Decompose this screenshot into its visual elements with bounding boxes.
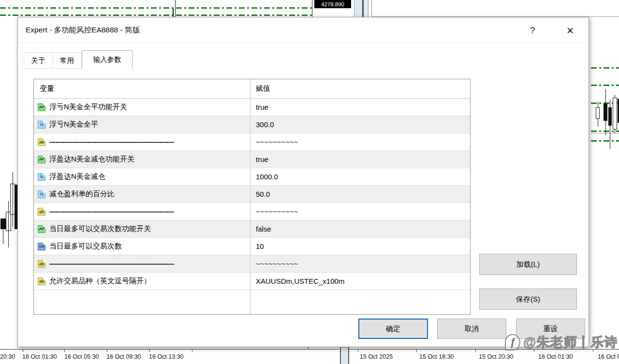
param-label: 当日最多可以交易次数 <box>49 242 122 251</box>
table-row[interactable]: ½ 浮亏N美金全平 300.0 <box>34 116 470 133</box>
time-label: 16 Oct 01:30 <box>22 353 57 360</box>
save-button[interactable]: 保存(S) <box>479 289 577 310</box>
chart-border <box>312 0 312 17</box>
ok-button[interactable]: 确定 <box>358 319 428 339</box>
axis-tick <box>149 349 150 352</box>
table-body: 浮亏N美金全平功能开关 true ½ 浮亏N美金全平 300.0 ab ————… <box>34 99 470 290</box>
param-label: 浮盈达N美金减仓功能开关 <box>49 155 134 164</box>
bool-icon <box>38 103 45 111</box>
close-icon[interactable]: ✕ <box>561 23 579 38</box>
param-value[interactable]: 300.0 <box>256 120 274 129</box>
tab-bar: 关于 常用 输入参数 <box>24 52 133 69</box>
load-button[interactable]: 加载(L) <box>479 254 577 275</box>
time-label: 16 Oct 09:30 <box>106 353 141 360</box>
axis-tick <box>358 349 358 352</box>
tab-common[interactable]: 常用 <box>53 52 82 69</box>
column-header-value: 赋值 <box>256 84 270 93</box>
candle-wick <box>3 229 3 244</box>
reset-button[interactable]: 重设 <box>516 319 585 339</box>
param-value[interactable]: ~~~~~~~~~~ <box>256 138 298 146</box>
time-label: 16 Oct 01:30 <box>538 353 573 360</box>
double-icon: ½ <box>38 190 45 198</box>
time-label: 16 Oct 13:30 <box>149 353 184 360</box>
window-scrollbar[interactable] <box>340 347 349 364</box>
table-row[interactable]: ab ——————————————————— ~~~~~~~~~~ <box>34 203 470 220</box>
candle-wick <box>13 172 13 227</box>
param-label: 浮盈达N美金减仓 <box>49 172 105 181</box>
param-value[interactable]: true <box>256 155 268 163</box>
dialog-title: Expert - 多功能风控EA8888 - 简版 <box>26 25 140 35</box>
grid-line <box>0 15 312 16</box>
dialog-titlebar[interactable]: Expert - 多功能风控EA8888 - 简版 ? ✕ <box>18 17 589 43</box>
candlestick <box>175 0 176 17</box>
ea-settings-dialog: Expert - 多功能风控EA8888 - 简版 ? ✕ 关于 常用 输入参数… <box>17 17 589 347</box>
table-row[interactable]: ab ——————————————————— ~~~~~~~~~~ <box>34 255 470 273</box>
candlestick <box>604 103 607 121</box>
time-axis <box>0 349 339 349</box>
column-header-variable: 变量 <box>40 84 54 93</box>
grid-line <box>591 67 619 69</box>
axis-tick <box>593 349 593 352</box>
candlestick <box>596 107 600 119</box>
candlestick <box>0 218 6 229</box>
param-label: 浮亏N美金全平功能开关 <box>49 102 127 112</box>
tab-inputs[interactable]: 输入参数 <box>82 50 133 69</box>
table-row[interactable]: ab ——————————————————— ~~~~~~~~~~ <box>34 133 470 151</box>
table-row[interactable]: 浮盈达N美金减仓功能开关 true <box>34 151 470 168</box>
param-value[interactable]: 50.0 <box>256 190 270 198</box>
param-value[interactable]: ~~~~~~~~~~ <box>256 260 298 268</box>
time-label: 15 Oct 16:30 <box>419 353 454 360</box>
tab-about[interactable]: 关于 <box>24 52 53 69</box>
string-icon: ab <box>38 260 45 268</box>
time-label: 20:30 <box>0 353 15 360</box>
time-label: 16 Oct 05:3 <box>598 353 619 360</box>
param-label: 浮亏N美金全平 <box>49 120 98 129</box>
string-icon: ab <box>38 277 45 285</box>
axis-tick <box>107 349 107 352</box>
param-value[interactable]: true <box>256 103 268 111</box>
window-border <box>371 0 372 17</box>
candlestick <box>608 107 612 126</box>
time-label: 15 Oct 20:30 <box>479 353 514 360</box>
table-header: 变量 赋值 <box>34 79 470 99</box>
table-row[interactable]: 浮亏N美金全平功能开关 true <box>34 99 470 116</box>
candle-wick <box>8 201 9 248</box>
param-value[interactable]: false <box>256 225 271 233</box>
param-value[interactable]: 1000.0 <box>256 173 278 181</box>
bool-icon <box>38 156 45 163</box>
integer-icon: 123 <box>38 243 45 250</box>
cancel-button[interactable]: 取消 <box>437 319 506 339</box>
double-icon: ½ <box>38 121 45 129</box>
table-row[interactable]: ½ 浮盈达N美金减仓 1000.0 <box>34 168 470 186</box>
parameters-table: 变量 赋值 浮亏N美金全平功能开关 true ½ 浮亏N美金全平 300.0 a… <box>33 79 471 315</box>
table-row[interactable]: 123 当日最多可以交易次数 10 <box>34 238 470 255</box>
axis-tick <box>475 349 476 352</box>
candlestick <box>613 98 617 130</box>
axis-tick <box>416 349 417 352</box>
param-label: 当日最多可以交易次数功能开关 <box>49 224 151 233</box>
double-icon: ½ <box>38 173 45 181</box>
time-axis <box>349 349 619 349</box>
column-divider <box>250 79 251 314</box>
axis-tick <box>23 349 23 352</box>
param-label: 减仓盈利单的百分比 <box>49 189 115 199</box>
table-row[interactable]: ab 允许交易品种（英文逗号隔开） XAUUSDm,USTEC_x100m <box>34 273 470 290</box>
time-label: 15 Oct 2025 <box>360 353 393 360</box>
param-value[interactable]: XAUUSDm,USTEC_x100m <box>256 277 344 285</box>
time-label: 16 Oct 05:30 <box>64 353 99 360</box>
window-scrollbar[interactable] <box>354 0 368 17</box>
param-label: ——————————————————— <box>49 260 174 268</box>
axis-tick <box>192 349 192 352</box>
param-label: ——————————————————— <box>49 207 174 216</box>
param-label: 允许交易品种（英文逗号隔开） <box>49 277 151 286</box>
screen: 4278.890 4174.385 20:30 16 Oct 01:30 16 … <box>0 0 619 364</box>
grid-line <box>0 7 312 9</box>
grid-line <box>591 85 619 86</box>
table-row[interactable]: 当日最多可以交易次数功能开关 false <box>34 220 470 238</box>
param-value[interactable]: ~~~~~~~~~~ <box>256 207 298 216</box>
string-icon: ab <box>38 138 45 146</box>
help-icon[interactable]: ? <box>524 23 541 38</box>
price-label-top: 4278.890 <box>314 0 351 8</box>
table-row[interactable]: ½ 减仓盈利单的百分比 50.0 <box>34 186 470 203</box>
param-value[interactable]: 10 <box>256 242 264 250</box>
